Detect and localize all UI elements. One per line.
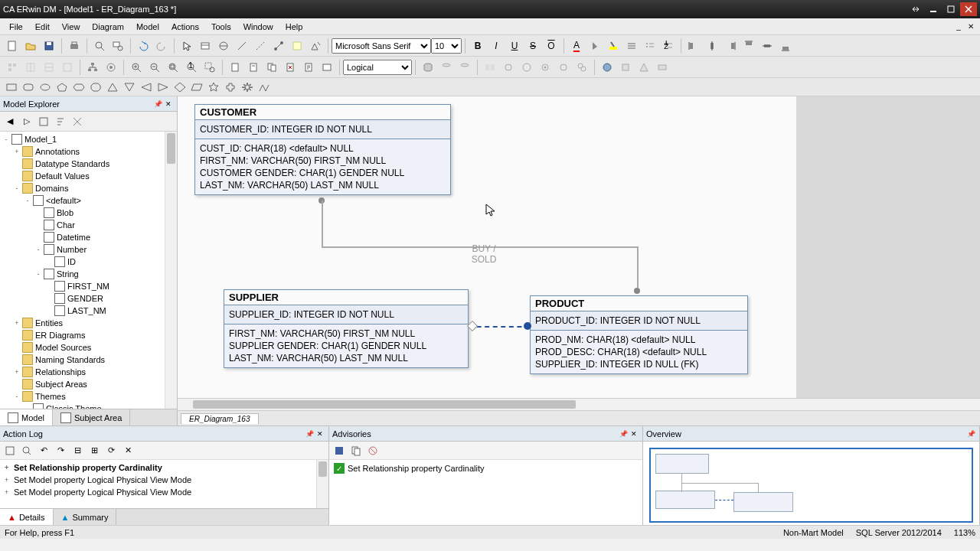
menu-file[interactable]: File <box>3 21 29 33</box>
status-zoom[interactable]: 113% <box>954 528 975 537</box>
identifying-rel-icon[interactable] <box>234 37 250 54</box>
rel-fk-endpoint-icon[interactable] <box>524 322 531 330</box>
tree-item[interactable]: -String <box>2 268 175 280</box>
menu-model[interactable]: Model <box>130 21 165 33</box>
tree-item[interactable]: Datatype Standards <box>2 158 175 170</box>
line-style-icon[interactable] <box>623 37 640 54</box>
hexagon-shape-icon[interactable] <box>71 80 87 94</box>
zoom-sel-icon[interactable] <box>201 59 218 76</box>
tree-item[interactable]: -Number <box>2 243 175 256</box>
tree-item[interactable]: Char <box>2 219 175 231</box>
script2-icon[interactable] <box>318 59 335 76</box>
report2-icon[interactable] <box>245 59 262 76</box>
sync-icon[interactable] <box>500 59 517 76</box>
tree-item[interactable]: LAST_NM <box>2 305 175 317</box>
tab-model[interactable]: Model <box>0 409 53 425</box>
gear-icon[interactable] <box>537 59 554 76</box>
tree-item[interactable]: Default Values <box>2 170 175 182</box>
tree-item[interactable]: FIRST_NM <box>2 280 175 292</box>
text-color-icon[interactable]: A <box>568 37 585 54</box>
italic-icon[interactable]: I <box>488 37 505 54</box>
align-middle-icon[interactable] <box>759 37 776 54</box>
canvas-h-scrollbar[interactable] <box>178 398 980 410</box>
print-icon[interactable] <box>66 37 83 54</box>
align-right-icon[interactable] <box>722 37 739 54</box>
font-family-select[interactable]: Microsoft Sans Serif <box>332 38 431 54</box>
zoom-in-icon[interactable] <box>128 59 145 76</box>
pentagon-shape-icon[interactable] <box>54 80 70 94</box>
highlight-icon[interactable] <box>605 37 622 54</box>
pin-icon[interactable]: 📌 <box>304 429 315 439</box>
find-icon[interactable] <box>91 37 108 54</box>
rel-line[interactable] <box>637 246 639 288</box>
log-row[interactable]: +Set Model property Logical Physical Vie… <box>2 474 327 486</box>
entity-supplier[interactable]: SUPPLIER SUPPLIER_ID: INTEGER ID NOT NUL… <box>224 289 469 368</box>
subtype-icon[interactable] <box>215 37 232 54</box>
minimize-button[interactable] <box>925 2 942 16</box>
close-button[interactable] <box>960 2 977 16</box>
pin-icon[interactable]: 📌 <box>618 429 629 439</box>
pin-icon[interactable]: 📌 <box>965 429 976 439</box>
log-clear-icon[interactable]: ✕ <box>119 443 136 458</box>
underline-icon[interactable]: U <box>506 37 523 54</box>
tree-item[interactable]: -<default> <box>2 194 175 207</box>
diagram-canvas[interactable]: CUSTOMER CUSTOMER_ID: INTEGER ID NOT NUL… <box>178 96 980 398</box>
menu-window[interactable]: Window <box>237 21 279 33</box>
triangle-down-icon[interactable] <box>122 80 137 94</box>
triangle-right-icon[interactable] <box>155 80 171 94</box>
tree-item[interactable]: Naming Standards <box>2 354 175 366</box>
align-center-h-icon[interactable] <box>704 37 720 54</box>
zoom-out-icon[interactable] <box>146 59 163 76</box>
align-top-icon[interactable] <box>740 37 757 54</box>
report3-icon[interactable] <box>263 59 280 76</box>
report4-icon[interactable] <box>282 59 299 76</box>
ellipse-shape-icon[interactable] <box>38 80 53 94</box>
menu-edit[interactable]: Edit <box>29 21 56 33</box>
gear3-icon[interactable] <box>573 59 590 76</box>
entity-product[interactable]: PRODUCT PRODUCT_ID: INTEGER ID NOT NULL … <box>530 295 748 374</box>
script-icon[interactable] <box>300 59 317 76</box>
open-icon[interactable] <box>22 37 39 54</box>
menu-diagram[interactable]: Diagram <box>86 21 130 33</box>
merge-icon[interactable] <box>518 59 535 76</box>
log-search-icon[interactable] <box>18 443 35 458</box>
star-shape-icon[interactable] <box>206 80 221 94</box>
db3-icon[interactable] <box>456 59 473 76</box>
pin-icon[interactable]: 📌 <box>152 99 163 109</box>
font-size-select[interactable]: 10 <box>431 38 462 54</box>
new-icon[interactable] <box>4 37 21 54</box>
fill-color-icon[interactable] <box>586 37 603 54</box>
maximize-button[interactable] <box>942 2 959 16</box>
tree-item[interactable]: Subject Areas <box>2 378 175 390</box>
strike-icon[interactable]: S <box>524 37 541 54</box>
tab-summary[interactable]: ▲Summary <box>54 509 117 525</box>
menu-view[interactable]: View <box>56 21 87 33</box>
align-bottom-icon[interactable] <box>777 37 794 54</box>
tree-item[interactable]: Classic Theme <box>2 403 175 409</box>
drawing-icon[interactable] <box>307 37 324 54</box>
exp-sort-icon[interactable] <box>52 113 69 130</box>
annotation-icon[interactable] <box>289 37 305 54</box>
exp-filter-icon[interactable] <box>35 113 52 130</box>
align-left-icon[interactable] <box>685 37 702 54</box>
overline-icon[interactable]: O <box>543 37 560 54</box>
triangle-left-icon[interactable] <box>139 80 154 94</box>
rel-line-dashed[interactable] <box>469 326 530 328</box>
menu-tools[interactable]: Tools <box>205 21 237 33</box>
gear2-icon[interactable] <box>555 59 572 76</box>
tree-item[interactable]: +Annotations <box>2 145 175 158</box>
tree-item[interactable]: +Entities <box>2 317 175 329</box>
mdi-minimize-icon[interactable]: _ <box>952 21 965 33</box>
exp-back-icon[interactable]: ◀ <box>2 113 18 130</box>
db2-icon[interactable] <box>438 59 455 76</box>
nonidentifying-rel-icon[interactable] <box>252 37 269 54</box>
diagram-tab[interactable]: ER_Diagram_163 <box>181 413 259 424</box>
log-undo-icon[interactable]: ↶ <box>35 443 52 458</box>
tree-item[interactable]: -Themes <box>2 390 175 403</box>
tree-item[interactable]: Datetime <box>2 231 175 243</box>
diamond-shape-icon[interactable] <box>172 80 188 94</box>
layout-icon[interactable] <box>103 59 119 76</box>
compare-icon[interactable] <box>482 59 498 76</box>
report-icon[interactable] <box>227 59 243 76</box>
redo-icon[interactable] <box>153 37 170 54</box>
